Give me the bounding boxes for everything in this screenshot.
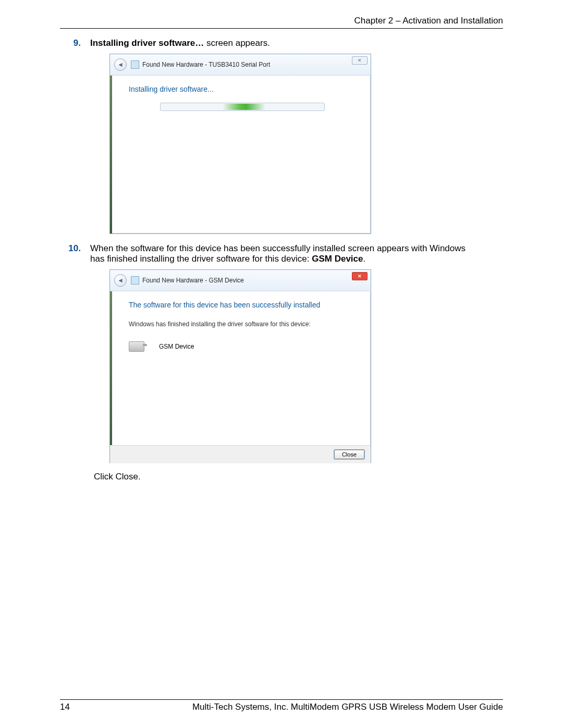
device-thumb-icon [129,341,144,352]
titlebar: ◄ Found New Hardware - TUSB3410 Serial P… [110,54,371,76]
window-title: Found New Hardware - GSM Device [142,277,244,284]
document-page: Chapter 2 – Activation and Installation … [0,0,563,728]
progress-indicator [223,104,265,110]
chapter-header: Chapter 2 – Activation and Installation [60,16,503,29]
step-bold-end: GSM Device [312,254,363,264]
progress-wrap [160,103,325,111]
click-close-text: Click Close. [94,472,503,482]
step-line1a: When the software for this device has be… [90,243,466,253]
window-title: Found New Hardware - TUSB3410 Serial Por… [142,61,270,68]
step-number: 9. [60,38,90,48]
device-icon [131,276,139,285]
dialog-installing: ◄ Found New Hardware - TUSB3410 Serial P… [109,54,371,234]
step-10: 10. When the software for this device ha… [60,243,503,264]
dialog-content: The software for this device has been su… [110,291,371,463]
step-line1b: has finished installing the driver softw… [90,254,312,264]
dialog-footer: Close [110,445,371,463]
device-row: GSM Device [129,341,356,352]
titlebar: ◄ Found New Hardware - GSM Device ✕ [110,270,371,291]
footer-text: Multi-Tech Systems, Inc. MultiModem GPRS… [192,702,503,712]
step-number: 10. [60,243,90,264]
progress-bar [160,103,325,111]
device-name: GSM Device [159,343,194,350]
step-text: Installing driver software… screen appea… [90,38,503,48]
step-bold: Installing driver software… [90,38,204,48]
close-button[interactable]: Close [334,450,364,459]
back-icon[interactable]: ◄ [114,274,127,287]
step-period: . [363,254,365,264]
step-9: 9. Installing driver software… screen ap… [60,38,503,48]
dialog-heading: The software for this device has been su… [129,301,356,309]
close-icon[interactable]: ✕ [352,56,368,65]
page-number: 14 [60,702,70,712]
click-bold: Close. [116,472,141,482]
device-icon [131,60,139,69]
step-text: When the software for this device has be… [90,243,503,264]
dialog-content: Installing driver software... [110,76,371,234]
step-rest: screen appears. [204,38,270,48]
dialog-heading: Installing driver software... [129,85,356,93]
back-icon[interactable]: ◄ [114,58,127,71]
click-pre: Click [94,472,116,482]
page-footer: 14 Multi-Tech Systems, Inc. MultiModem G… [60,699,503,712]
dialog-success: ◄ Found New Hardware - GSM Device ✕ The … [109,269,371,463]
dialog-subtext: Windows has finished installing the driv… [129,320,356,328]
close-icon[interactable]: ✕ [352,272,368,280]
